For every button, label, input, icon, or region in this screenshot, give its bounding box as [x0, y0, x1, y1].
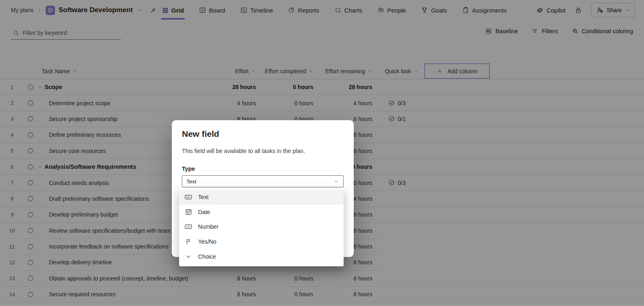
option-choice[interactable]: Choice [179, 249, 344, 264]
type-dropdown[interactable]: Text [182, 175, 344, 187]
number-field-icon [184, 223, 192, 231]
type-dropdown-value: Text [186, 178, 196, 185]
calendar-icon [184, 208, 192, 216]
option-text[interactable]: Text [179, 190, 344, 205]
flag-icon [184, 238, 192, 245]
dialog-title: New field [182, 129, 344, 139]
chevron-down-icon [184, 253, 192, 260]
dialog-description: This field will be available to all task… [182, 148, 344, 154]
text-field-icon [184, 193, 192, 201]
option-yes-no[interactable]: Yes/No [179, 234, 344, 249]
planner-app: My plans Software Development Grid Board… [0, 0, 644, 306]
option-date[interactable]: Date [179, 205, 344, 220]
option-number[interactable]: Number [179, 219, 344, 234]
type-dropdown-listbox: Text Date Number Yes/No Choice [179, 188, 344, 266]
type-label: Type [182, 166, 344, 172]
chevron-down-icon [333, 178, 339, 185]
